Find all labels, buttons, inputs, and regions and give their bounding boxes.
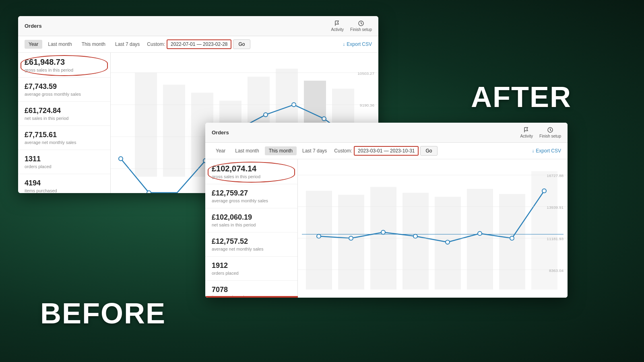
after-activity-button[interactable]: Activity xyxy=(520,127,533,138)
svg-point-38 xyxy=(446,240,450,244)
after-export-label: Export CSV xyxy=(536,148,561,154)
svg-point-39 xyxy=(478,232,482,236)
after-export-arrow-icon: ↓ xyxy=(532,148,534,154)
before-go-button[interactable]: Go xyxy=(233,39,250,49)
after-filter-bar: Year Last month This month Last 7 days C… xyxy=(205,143,568,159)
after-window: Orders Activity Finish setup Year Last m… xyxy=(205,123,568,298)
finishsetup-label: Finish setup xyxy=(350,27,372,32)
after-stat-gross-sales: £102,074.14 gross sales in this period xyxy=(205,159,297,184)
svg-text:10503.27: 10503.27 xyxy=(357,71,374,76)
after-export-button[interactable]: ↓ Export CSV xyxy=(532,148,561,154)
before-gross-sales-label: gross sales in this period xyxy=(25,68,104,72)
export-label: Export CSV xyxy=(347,41,372,47)
before-label: BEFORE xyxy=(40,297,166,330)
after-window-body: £102,074.14 gross sales in this period £… xyxy=(205,159,568,298)
after-avg-net-label: average net monthly sales xyxy=(212,247,291,251)
after-header-actions: Activity Finish setup xyxy=(520,127,561,138)
svg-rect-28 xyxy=(402,193,429,289)
after-tab-year[interactable]: Year xyxy=(212,146,229,155)
svg-point-34 xyxy=(317,234,321,238)
export-arrow-icon: ↓ xyxy=(343,41,345,47)
after-chart-area: 16727.88 13939.91 11181.93 8363.04 xyxy=(298,159,568,298)
after-tab-lastmonth[interactable]: Last month xyxy=(231,146,263,155)
before-avg-net-label: average net monthly sales xyxy=(25,140,104,145)
setup-icon-after xyxy=(547,127,553,133)
after-avg-gross-value: £12,759.27 xyxy=(212,189,291,197)
before-finishsetup-button[interactable]: Finish setup xyxy=(350,20,372,32)
svg-point-13 xyxy=(264,113,268,117)
after-stat-net-sales: £102,060.19 net sales in this period xyxy=(205,208,297,232)
svg-text:16727.88: 16727.88 xyxy=(547,173,564,178)
after-activity-label: Activity xyxy=(520,134,533,138)
before-export-button[interactable]: ↓ Export CSV xyxy=(343,41,372,47)
before-tab-lastmonth[interactable]: Last month xyxy=(44,40,76,49)
after-window-title: Orders xyxy=(212,130,229,136)
before-filter-bar: Year Last month This month Last 7 days C… xyxy=(18,36,378,53)
svg-rect-25 xyxy=(306,191,332,289)
before-stat-gross-sales: £61,948.73 gross sales in this period xyxy=(18,53,110,78)
before-tab-last7days[interactable]: Last 7 days xyxy=(111,40,144,49)
svg-text:11181.93: 11181.93 xyxy=(547,237,564,241)
after-scroll-thumb xyxy=(205,296,298,298)
after-orders-value: 1912 xyxy=(212,261,291,270)
before-orders-value: 1311 xyxy=(25,155,104,163)
after-stat-avg-net: £12,757.52 average net monthly sales xyxy=(205,232,297,257)
after-go-button[interactable]: Go xyxy=(420,146,437,156)
before-stat-orders: 1311 orders placed xyxy=(18,150,110,174)
before-stat-avg-net: £7,715.61 average net monthly sales xyxy=(18,126,110,150)
after-tab-last7days[interactable]: Last 7 days xyxy=(298,146,331,155)
svg-text:13939.91: 13939.91 xyxy=(547,205,564,210)
svg-text:9190.36: 9190.36 xyxy=(360,103,375,107)
after-finishsetup-label: Finish setup xyxy=(539,134,561,138)
after-avg-gross-label: average gross monthly sales xyxy=(212,198,291,203)
svg-point-15 xyxy=(322,117,326,121)
before-tab-year[interactable]: Year xyxy=(25,40,42,49)
svg-rect-2 xyxy=(163,85,185,177)
after-window-header: Orders Activity Finish setup xyxy=(205,123,568,143)
svg-point-41 xyxy=(542,189,546,193)
after-gross-sales-value: £102,074.14 xyxy=(212,164,291,173)
after-custom-label: Custom: xyxy=(334,148,352,154)
before-orders-label: orders placed xyxy=(25,164,104,169)
before-window-title: Orders xyxy=(25,23,42,29)
flag-icon-after xyxy=(523,127,530,133)
flag-icon xyxy=(334,20,341,27)
svg-point-9 xyxy=(119,157,123,161)
after-stat-orders: 1912 orders placed xyxy=(205,257,297,281)
before-stat-net-sales: £61,724.84 net sales in this period xyxy=(18,102,110,126)
svg-rect-30 xyxy=(467,189,493,290)
before-items-label: items purchased xyxy=(25,188,104,193)
svg-point-36 xyxy=(381,230,385,234)
svg-rect-26 xyxy=(338,195,364,289)
after-avg-net-value: £12,757.52 xyxy=(212,237,291,246)
before-tab-thismonth[interactable]: This month xyxy=(78,40,109,49)
after-net-sales-value: £102,060.19 xyxy=(212,213,291,222)
before-custom-label: Custom: xyxy=(147,41,165,47)
after-tab-thismonth[interactable]: This month xyxy=(265,146,297,155)
before-stat-avg-gross: £7,743.59 average gross monthly sales xyxy=(18,78,110,102)
after-finishsetup-button[interactable]: Finish setup xyxy=(539,127,561,138)
before-activity-button[interactable]: Activity xyxy=(331,20,344,32)
before-stats-panel: £61,948.73 gross sales in this period £7… xyxy=(18,53,111,193)
before-stat-items: 4194 items purchased xyxy=(18,174,110,193)
activity-label: Activity xyxy=(331,27,344,32)
before-avg-net-value: £7,715.61 xyxy=(25,131,104,139)
before-net-sales-value: £61,724.84 xyxy=(25,107,104,115)
before-gross-sales-value: £61,948.73 xyxy=(25,58,104,67)
before-avg-gross-value: £7,743.59 xyxy=(25,82,104,91)
svg-point-10 xyxy=(147,191,151,193)
before-header-actions: Activity Finish setup xyxy=(331,20,372,32)
svg-point-37 xyxy=(413,234,417,238)
svg-rect-31 xyxy=(499,194,525,289)
svg-text:8363.04: 8363.04 xyxy=(549,268,564,273)
after-stats-panel: £102,074.14 gross sales in this period £… xyxy=(205,159,298,298)
after-net-sales-label: net sales in this period xyxy=(212,222,291,227)
after-gross-sales-label: gross sales in this period xyxy=(212,174,291,179)
after-scroll-indicator xyxy=(205,296,298,298)
before-date-range-input[interactable]: 2022-07-01 — 2023-02-28 xyxy=(167,39,231,49)
before-avg-gross-label: average gross monthly sales xyxy=(25,92,104,97)
after-stat-items: 7078 items purchased xyxy=(205,281,297,298)
after-chart-svg: 16727.88 13939.91 11181.93 8363.04 xyxy=(298,159,568,298)
after-date-range-input[interactable]: 2023-03-01 — 2023-10-31 xyxy=(354,146,419,156)
svg-rect-1 xyxy=(135,73,157,177)
